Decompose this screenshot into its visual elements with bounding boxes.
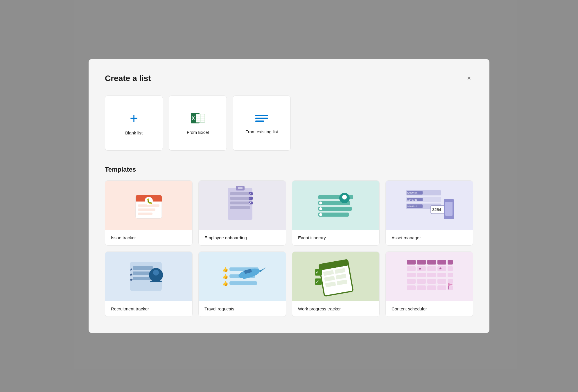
work-progress-tracker-image: ✓ ✓ [292, 252, 379, 301]
from-excel-card[interactable]: X From Excel [169, 96, 227, 151]
svg-rect-89 [437, 260, 446, 265]
svg-text:🐛: 🐛 [146, 198, 153, 204]
svg-rect-57 [133, 277, 152, 280]
svg-rect-106 [437, 279, 446, 284]
svg-text:X: X [192, 116, 195, 121]
svg-rect-88 [427, 260, 436, 265]
modal-overlay: Create a list × + Blank list X [0, 0, 578, 392]
travel-requests-label: Travel requests [199, 301, 286, 317]
travel-requests-card[interactable]: 👍 👍 👍 [198, 251, 286, 317]
svg-rect-99 [417, 273, 426, 277]
svg-rect-104 [417, 279, 426, 284]
svg-rect-35 [318, 213, 349, 217]
recruitment-tracker-label: Recruitment tracker [105, 301, 192, 317]
travel-requests-svg: 👍 👍 👍 [216, 254, 268, 299]
svg-rect-107 [448, 279, 453, 284]
svg-point-62 [153, 270, 159, 276]
svg-text:✓: ✓ [249, 193, 251, 195]
plus-icon: + [130, 111, 138, 125]
event-itinerary-label: Event itinerary [292, 230, 379, 245]
content-scheduler-svg: ★ ★ [404, 254, 455, 299]
asset-manager-card[interactable]: 5687156 1649786 5564512 3254 [385, 180, 473, 246]
svg-rect-90 [448, 260, 453, 265]
from-excel-label: From Excel [187, 130, 209, 135]
employee-onboarding-svg: ✓ ✓ ✓ [219, 181, 265, 227]
svg-rect-8 [255, 115, 268, 116]
svg-text:★: ★ [439, 267, 442, 271]
excel-icon: X [190, 112, 205, 125]
issue-tracker-image: 🐛 [105, 181, 192, 230]
event-itinerary-image [292, 181, 379, 230]
employee-onboarding-image: ✓ ✓ ✓ [199, 181, 286, 230]
svg-rect-103 [407, 279, 416, 284]
svg-rect-94 [427, 266, 436, 271]
svg-rect-109 [417, 285, 426, 290]
templates-section-title: Templates [105, 166, 473, 173]
close-button[interactable]: × [465, 73, 473, 84]
svg-rect-15 [138, 208, 155, 211]
from-existing-label: From existing list [245, 129, 278, 134]
svg-rect-53 [445, 202, 453, 216]
svg-text:★: ★ [130, 267, 133, 271]
list-lines-icon [254, 112, 269, 124]
svg-text:★: ★ [130, 278, 133, 282]
from-existing-list-card[interactable]: From existing list [233, 96, 291, 151]
svg-rect-91 [407, 266, 416, 271]
svg-rect-34 [318, 207, 352, 211]
asset-manager-image: 5687156 1649786 5564512 3254 [386, 181, 473, 230]
work-progress-tracker-label: Work progress tracker [292, 301, 379, 317]
svg-point-38 [319, 213, 322, 216]
svg-point-37 [319, 207, 322, 210]
svg-text:✓: ✓ [315, 270, 319, 275]
svg-text:👍: 👍 [222, 267, 228, 272]
content-scheduler-card[interactable]: ★ ★ [385, 251, 473, 317]
asset-manager-label: Asset manager [386, 230, 473, 245]
svg-rect-98 [407, 273, 416, 277]
svg-rect-31 [238, 187, 243, 189]
asset-manager-svg: 5687156 1649786 5564512 3254 [403, 183, 455, 228]
issue-tracker-label: Issue tracker [105, 230, 192, 245]
event-itinerary-svg [313, 182, 359, 229]
blank-list-card[interactable]: + Blank list [105, 96, 163, 151]
svg-rect-100 [427, 273, 436, 277]
content-scheduler-image: ★ ★ [386, 252, 473, 301]
svg-rect-101 [437, 273, 446, 277]
templates-section: Templates [105, 166, 473, 317]
svg-text:✓: ✓ [249, 202, 251, 205]
option-cards-row: + Blank list X [105, 96, 473, 151]
content-scheduler-label: Content scheduler [386, 301, 473, 317]
svg-text:👍: 👍 [222, 280, 228, 286]
modal-header: Create a list × [105, 73, 473, 84]
svg-rect-9 [255, 118, 268, 119]
svg-rect-86 [407, 260, 416, 265]
create-list-modal: Create a list × + Blank list X [89, 59, 489, 333]
svg-text:5564512: 5564512 [407, 205, 417, 208]
svg-text:5687156: 5687156 [407, 192, 417, 195]
svg-text:✓: ✓ [315, 279, 319, 284]
recruitment-tracker-card[interactable]: ★ ★ ★ Recruitment tracker [105, 251, 193, 317]
svg-rect-22 [230, 202, 250, 204]
travel-requests-image: 👍 👍 👍 [199, 252, 286, 301]
event-itinerary-card[interactable]: Event itinerary [292, 180, 380, 246]
svg-text:3254: 3254 [432, 207, 441, 212]
svg-rect-111 [437, 285, 446, 290]
work-progress-tracker-card[interactable]: ✓ ✓ Work progress tracker [292, 251, 380, 317]
svg-rect-105 [427, 279, 436, 284]
svg-text:✓: ✓ [249, 197, 251, 200]
svg-point-36 [319, 202, 322, 204]
svg-rect-110 [427, 285, 436, 290]
svg-text:★: ★ [130, 272, 133, 277]
employee-onboarding-card[interactable]: ✓ ✓ ✓ Employee onboarding [198, 180, 286, 246]
modal-title: Create a list [105, 74, 151, 83]
recruitment-tracker-svg: ★ ★ ★ [125, 255, 172, 298]
svg-rect-10 [255, 121, 264, 122]
svg-rect-97 [448, 266, 453, 271]
template-grid: 🐛 Issue tracker [105, 180, 473, 317]
svg-rect-68 [229, 281, 257, 285]
svg-rect-16 [138, 213, 152, 215]
recruitment-tracker-image: ★ ★ ★ [105, 252, 192, 301]
issue-tracker-card[interactable]: 🐛 Issue tracker [105, 180, 193, 246]
svg-marker-70 [260, 267, 267, 272]
svg-rect-102 [448, 273, 453, 277]
svg-rect-23 [230, 206, 250, 209]
